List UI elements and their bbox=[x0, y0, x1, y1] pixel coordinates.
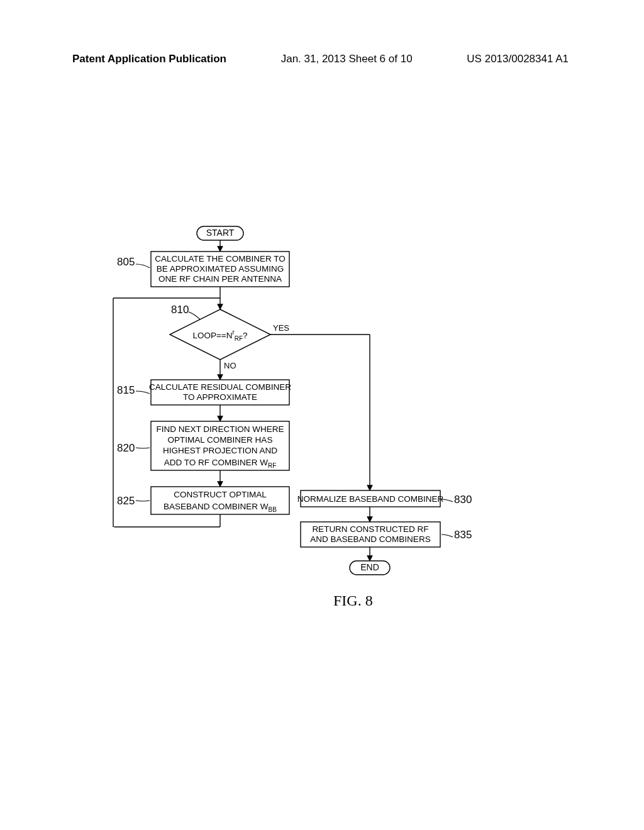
box-820-line3: HIGHEST PROJECTION AND bbox=[163, 446, 277, 455]
ref-815: 815 bbox=[117, 384, 135, 396]
decision-810: LOOP==NrRF? bbox=[170, 309, 270, 360]
leader-835 bbox=[441, 534, 453, 537]
ref-835: 835 bbox=[454, 529, 472, 541]
start-label: START bbox=[206, 228, 235, 238]
box-820: FIND NEXT DIRECTION WHERE OPTIMAL COMBIN… bbox=[151, 421, 289, 470]
box-815-line2: TO APPROXIMATE bbox=[183, 392, 257, 402]
box-825-line1: CONSTRUCT OPTIMAL bbox=[174, 490, 267, 499]
ref-830: 830 bbox=[454, 494, 472, 506]
box-815-line1: CALCULATE RESIDUAL COMBINER bbox=[149, 382, 291, 392]
publication-type: Patent Application Publication bbox=[72, 53, 226, 65]
box-835: RETURN CONSTRUCTED RF AND BASEBAND COMBI… bbox=[301, 522, 440, 547]
leader-820 bbox=[136, 448, 150, 448]
leader-825 bbox=[136, 501, 150, 501]
box-825: CONSTRUCT OPTIMAL BASEBAND COMBINER WBB bbox=[151, 487, 289, 514]
page-header: Patent Application Publication Jan. 31, … bbox=[0, 53, 644, 65]
publication-number: US 2013/0028341 A1 bbox=[467, 53, 569, 65]
box-820-line1: FIND NEXT DIRECTION WHERE bbox=[156, 424, 284, 434]
box-830: NORMALIZE BASEBAND COMBINER bbox=[297, 490, 444, 507]
sheet-info: Jan. 31, 2013 Sheet 6 of 10 bbox=[281, 53, 413, 65]
flowchart: START CALCULATE THE COMBINER TO BE APPRO… bbox=[94, 226, 560, 604]
no-label: NO bbox=[224, 361, 236, 370]
leader-810 bbox=[189, 312, 200, 319]
figure-label: FIG. 8 bbox=[333, 592, 373, 609]
end-terminal: END bbox=[350, 561, 390, 575]
box-820-line2: OPTIMAL COMBINER HAS bbox=[168, 435, 273, 445]
box-805-line1: CALCULATE THE COMBINER TO bbox=[155, 254, 286, 263]
ref-810: 810 bbox=[171, 304, 189, 316]
box-815: CALCULATE RESIDUAL COMBINER TO APPROXIMA… bbox=[149, 380, 291, 405]
leader-805 bbox=[136, 264, 150, 268]
box-805-line3: ONE RF CHAIN PER ANTENNA bbox=[158, 274, 282, 284]
end-label: END bbox=[360, 562, 379, 572]
start-terminal: START bbox=[197, 226, 243, 240]
yes-label: YES bbox=[273, 323, 289, 333]
ref-805: 805 bbox=[117, 256, 135, 268]
box-835-line2: AND BASEBAND COMBINERS bbox=[310, 534, 430, 544]
leader-815 bbox=[136, 391, 150, 394]
box-805: CALCULATE THE COMBINER TO BE APPROXIMATE… bbox=[151, 252, 289, 287]
ref-820: 820 bbox=[117, 442, 135, 454]
box-830-line1: NORMALIZE BASEBAND COMBINER bbox=[297, 494, 444, 504]
box-835-line1: RETURN CONSTRUCTED RF bbox=[312, 524, 428, 534]
box-805-line2: BE APPROXIMATED ASSUMING bbox=[157, 264, 284, 274]
ref-825: 825 bbox=[117, 495, 135, 507]
